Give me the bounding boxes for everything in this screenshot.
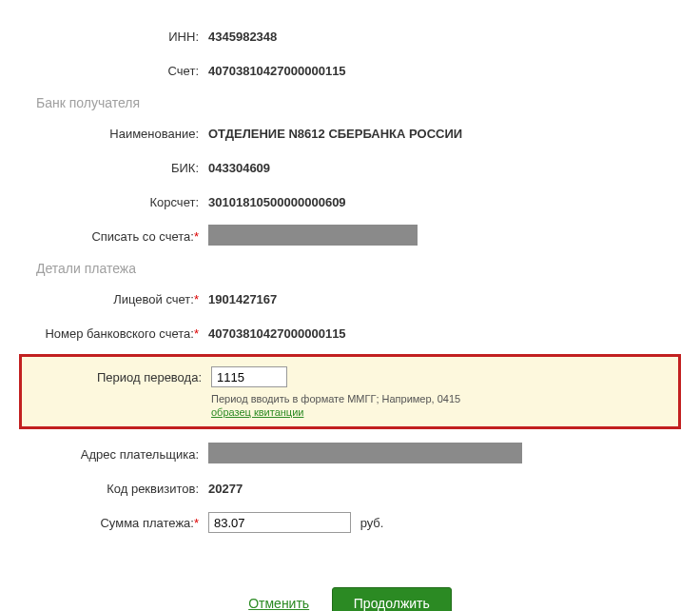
amount-row: Сумма платежа:* руб. xyxy=(0,505,700,540)
amount-value-col: руб. xyxy=(204,512,700,533)
req-code-label: Код реквизитов: xyxy=(0,482,204,496)
required-asterisk: * xyxy=(194,326,199,341)
debit-account-select[interactable] xyxy=(208,225,418,246)
req-code-row: Код реквизитов: 20277 xyxy=(0,471,700,505)
personal-account-label: Лицевой счет:* xyxy=(0,292,204,306)
personal-account-label-text: Лицевой счет: xyxy=(113,292,194,306)
payment-form: ИНН: 4345982348 Счет: 407038104270000001… xyxy=(0,19,700,611)
period-value-col xyxy=(207,366,678,387)
button-row: Отменить Продолжить xyxy=(0,587,700,611)
amount-label-text: Сумма платежа: xyxy=(100,516,193,530)
corr-account-row: Корсчет: 30101810500000000609 xyxy=(0,185,700,219)
section-bank: Банк получателя xyxy=(0,88,700,116)
period-hint: Период вводить в формате ММГГ; Например,… xyxy=(22,393,678,404)
required-asterisk: * xyxy=(194,229,199,244)
bank-name-row: Наименование: ОТДЕЛЕНИЕ N8612 СБЕРБАНКА … xyxy=(0,116,700,150)
bank-name-value: ОТДЕЛЕНИЕ N8612 СБЕРБАНКА РОССИИ xyxy=(204,127,700,141)
debit-account-label: Списать со счета:* xyxy=(0,229,204,244)
bik-label: БИК: xyxy=(0,161,204,175)
inn-row: ИНН: 4345982348 xyxy=(0,19,700,53)
amount-input[interactable] xyxy=(208,512,351,533)
bank-account-num-label: Номер банковского счета:* xyxy=(0,326,204,341)
continue-button[interactable]: Продолжить xyxy=(332,587,452,611)
required-asterisk: * xyxy=(194,292,199,306)
period-highlight: Период перевода: Период вводить в формат… xyxy=(19,354,681,429)
bank-account-num-label-text: Номер банковского счета: xyxy=(45,326,193,341)
bank-account-num-value: 40703810427000000115 xyxy=(204,326,700,341)
required-asterisk: * xyxy=(194,516,199,530)
account-row: Счет: 40703810427000000115 xyxy=(0,53,700,88)
bik-value: 043304609 xyxy=(204,161,700,175)
inn-value: 4345982348 xyxy=(204,30,700,44)
debit-account-row: Списать со счета:* xyxy=(0,219,700,253)
account-value: 40703810427000000115 xyxy=(204,64,700,78)
personal-account-value: 1901427167 xyxy=(204,292,700,306)
req-code-value: 20277 xyxy=(204,482,700,496)
amount-label: Сумма платежа:* xyxy=(0,516,204,530)
bank-name-label: Наименование: xyxy=(0,127,204,141)
section-details: Детали платежа xyxy=(0,253,700,282)
debit-account-value[interactable] xyxy=(204,225,700,248)
payer-address-label: Адрес плательщика: xyxy=(0,447,204,462)
debit-account-label-text: Списать со счета: xyxy=(91,229,194,244)
period-label: Период перевода: xyxy=(22,370,207,384)
corr-account-label: Корсчет: xyxy=(0,195,204,209)
account-label: Счет: xyxy=(0,64,204,78)
personal-account-row: Лицевой счет:* 1901427167 xyxy=(0,282,700,316)
corr-account-value: 30101810500000000609 xyxy=(204,195,700,209)
cancel-button[interactable]: Отменить xyxy=(248,596,309,611)
bank-account-num-row: Номер банковского счета:* 40703810427000… xyxy=(0,316,700,350)
payer-address-row: Адрес плательщика: xyxy=(0,437,700,471)
amount-unit: руб. xyxy=(360,516,384,530)
inn-label: ИНН: xyxy=(0,30,204,44)
payer-address-input[interactable] xyxy=(208,443,522,463)
payer-address-value[interactable] xyxy=(204,443,700,466)
period-row: Период перевода: xyxy=(22,363,678,391)
period-input[interactable] xyxy=(211,366,287,387)
sample-receipt-link[interactable]: образец квитанции xyxy=(22,406,303,418)
bik-row: БИК: 043304609 xyxy=(0,150,700,185)
